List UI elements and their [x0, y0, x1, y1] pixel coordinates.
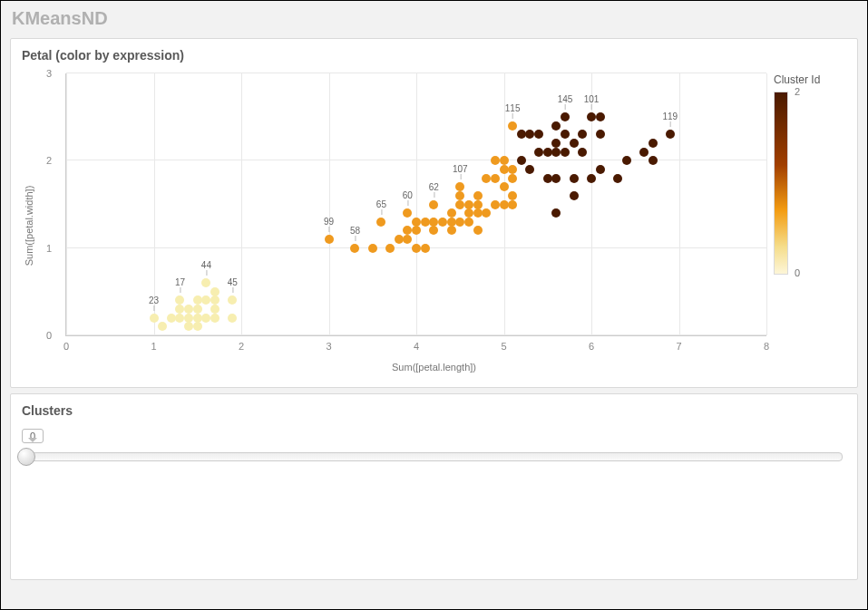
- slider-thumb[interactable]: [17, 448, 35, 466]
- data-point[interactable]: [500, 156, 509, 165]
- data-point[interactable]: [534, 130, 543, 139]
- data-point[interactable]: [150, 314, 159, 323]
- data-point[interactable]: [412, 218, 421, 227]
- data-point[interactable]: [596, 130, 605, 139]
- data-point[interactable]: [500, 200, 509, 209]
- data-point[interactable]: [193, 322, 202, 331]
- data-point[interactable]: [368, 244, 377, 253]
- data-point[interactable]: [508, 200, 517, 209]
- data-point[interactable]: [561, 148, 570, 157]
- data-point[interactable]: [201, 278, 210, 287]
- data-point[interactable]: [464, 218, 473, 227]
- data-point[interactable]: [500, 165, 509, 174]
- data-point[interactable]: [543, 148, 552, 157]
- data-point[interactable]: [596, 112, 605, 121]
- data-point[interactable]: [210, 314, 219, 323]
- data-point[interactable]: [517, 156, 526, 165]
- data-point[interactable]: [193, 314, 202, 323]
- data-point[interactable]: [228, 314, 237, 323]
- data-point[interactable]: [421, 244, 430, 253]
- data-point[interactable]: [464, 208, 473, 218]
- data-point[interactable]: [666, 130, 675, 139]
- data-point[interactable]: [167, 314, 176, 323]
- data-point[interactable]: [525, 165, 534, 174]
- data-point[interactable]: [464, 200, 473, 209]
- data-point[interactable]: [193, 295, 202, 305]
- data-point[interactable]: [543, 174, 552, 183]
- data-point[interactable]: [210, 287, 219, 296]
- data-point[interactable]: [508, 174, 517, 183]
- data-point[interactable]: [491, 156, 500, 165]
- data-point[interactable]: [473, 200, 483, 209]
- data-point[interactable]: [482, 174, 491, 183]
- data-point[interactable]: [376, 218, 385, 227]
- data-point[interactable]: [412, 226, 421, 235]
- data-point[interactable]: [482, 208, 491, 218]
- data-point[interactable]: [210, 305, 219, 314]
- data-point[interactable]: [561, 112, 570, 121]
- data-point[interactable]: [385, 244, 395, 253]
- clusters-slider[interactable]: 0: [22, 427, 846, 461]
- data-point[interactable]: [158, 322, 167, 331]
- data-point[interactable]: [395, 235, 404, 244]
- data-point[interactable]: [201, 295, 210, 305]
- data-point[interactable]: [551, 208, 561, 218]
- data-point[interactable]: [403, 226, 412, 235]
- data-point[interactable]: [455, 182, 464, 191]
- data-point[interactable]: [491, 200, 500, 209]
- data-point[interactable]: [551, 148, 561, 157]
- data-point[interactable]: [438, 218, 447, 227]
- data-point[interactable]: [551, 174, 561, 183]
- data-point[interactable]: [613, 174, 622, 183]
- data-point[interactable]: [193, 305, 202, 314]
- data-point[interactable]: [412, 244, 421, 253]
- data-point[interactable]: [184, 314, 193, 323]
- data-point[interactable]: [403, 208, 412, 218]
- data-point[interactable]: [447, 218, 456, 227]
- data-point[interactable]: [508, 121, 517, 131]
- data-point[interactable]: [639, 148, 649, 157]
- data-point[interactable]: [184, 305, 193, 314]
- data-point[interactable]: [421, 218, 430, 227]
- data-point[interactable]: [429, 200, 438, 209]
- data-point[interactable]: [325, 235, 334, 244]
- data-point[interactable]: [429, 218, 438, 227]
- data-point[interactable]: [578, 148, 587, 157]
- data-point[interactable]: [525, 130, 534, 139]
- data-point[interactable]: [184, 322, 193, 331]
- data-point[interactable]: [587, 174, 596, 183]
- data-point[interactable]: [491, 174, 500, 183]
- data-point[interactable]: [455, 200, 464, 209]
- data-point[interactable]: [473, 208, 483, 218]
- data-point[interactable]: [473, 191, 483, 200]
- data-point[interactable]: [517, 130, 526, 139]
- data-point[interactable]: [649, 139, 658, 148]
- data-point[interactable]: [455, 218, 464, 227]
- data-point[interactable]: [201, 314, 210, 323]
- data-point[interactable]: [429, 226, 438, 235]
- data-point[interactable]: [228, 295, 237, 305]
- data-point[interactable]: [455, 191, 464, 200]
- data-point[interactable]: [561, 130, 570, 139]
- data-point[interactable]: [447, 208, 456, 218]
- data-point[interactable]: [534, 148, 543, 157]
- plot-area[interactable]: 0123456780123231744459958656062107115145…: [65, 73, 766, 336]
- data-point[interactable]: [587, 112, 596, 121]
- data-point[interactable]: [500, 182, 509, 191]
- data-point[interactable]: [551, 121, 561, 131]
- data-point[interactable]: [473, 226, 483, 235]
- data-point[interactable]: [570, 191, 579, 200]
- data-point[interactable]: [570, 174, 579, 183]
- data-point[interactable]: [570, 139, 579, 148]
- data-point[interactable]: [649, 156, 658, 165]
- data-point[interactable]: [175, 305, 184, 314]
- data-point[interactable]: [175, 314, 184, 323]
- data-point[interactable]: [210, 295, 219, 305]
- data-point[interactable]: [350, 244, 359, 253]
- data-point[interactable]: [578, 130, 587, 139]
- chart-body[interactable]: Sum([petal.width]) 012345678012323174445…: [22, 66, 846, 374]
- data-point[interactable]: [508, 191, 517, 200]
- data-point[interactable]: [551, 139, 561, 148]
- data-point[interactable]: [596, 165, 605, 174]
- data-point[interactable]: [622, 156, 631, 165]
